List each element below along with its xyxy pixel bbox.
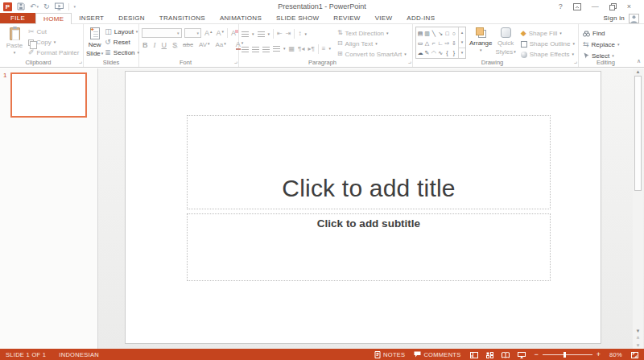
sign-in[interactable]: Sign in <box>603 13 644 23</box>
zoom-out-button[interactable]: − <box>535 351 539 358</box>
shape-item-arrow[interactable]: ↘ <box>438 31 443 36</box>
shapes-scroll-down-button[interactable]: ▾ <box>459 37 465 47</box>
shape-item-1[interactable]: ▤ <box>418 31 423 36</box>
restore-button[interactable] <box>609 3 617 10</box>
copy-button[interactable]: Copy ▾ <box>27 37 80 48</box>
subtitle-placeholder[interactable]: Click to add subtitle <box>187 213 551 281</box>
shape-item-elbow-2[interactable]: ∟ <box>438 40 444 46</box>
align-right-button[interactable] <box>262 43 270 55</box>
tab-animations[interactable]: ANIMATIONS <box>213 13 269 23</box>
reading-view-button[interactable] <box>502 349 510 360</box>
zoom-slider[interactable] <box>543 354 592 355</box>
notes-button[interactable]: NOTES <box>374 351 405 358</box>
increase-font-size-button[interactable]: A▴ <box>204 30 213 37</box>
quick-styles-button[interactable]: Quick Styles ▾ <box>495 26 515 60</box>
shape-item-curve[interactable]: ∿ <box>438 50 443 56</box>
shape-item-arrow-right[interactable]: ⇨ <box>445 40 450 46</box>
increase-indent-button[interactable]: ⇥ <box>286 31 291 37</box>
text-shadow-button[interactable]: S <box>171 42 178 49</box>
ribbon-display-options-button[interactable] <box>573 3 581 10</box>
comments-button[interactable]: COMMENTS <box>414 351 460 358</box>
replace-button[interactable]: ⇆ Replace ▾ <box>581 39 631 50</box>
previous-slide-button[interactable]: « <box>633 334 643 341</box>
clear-formatting-button[interactable]: A <box>230 30 237 37</box>
shape-item-rounded-rectangle[interactable]: ▭ <box>418 40 423 46</box>
tab-transitions[interactable]: TRANSITIONS <box>152 13 213 23</box>
minimize-button[interactable]: — <box>592 3 599 10</box>
paste-button[interactable]: Paste ▾ <box>2 26 27 60</box>
character-spacing-button[interactable]: AV▾ <box>198 42 211 48</box>
tab-view[interactable]: VIEW <box>368 13 400 23</box>
scroll-down-button[interactable]: ▼ <box>633 328 643 334</box>
tab-insert[interactable]: INSERT <box>72 13 111 23</box>
drawing-dialog-launcher[interactable]: ⌐ <box>574 60 577 66</box>
left-to-right-button[interactable]: ¶◂ <box>298 46 304 52</box>
distribute-button[interactable]: ▦ <box>289 46 295 52</box>
save-button[interactable] <box>17 2 25 10</box>
start-from-beginning-button[interactable] <box>55 2 64 10</box>
font-dialog-launcher[interactable]: ⌐ <box>234 60 237 66</box>
close-button[interactable]: × <box>627 3 631 10</box>
language-indicator[interactable]: INDONESIAN <box>59 351 99 358</box>
right-to-left-button[interactable]: ▸¶ <box>308 46 314 52</box>
title-placeholder[interactable]: Click to add title <box>187 115 551 209</box>
shape-item-oval[interactable]: ○ <box>452 31 456 36</box>
shape-item-triangle[interactable]: △ <box>425 40 429 46</box>
tab-design[interactable]: DESIGN <box>111 13 151 23</box>
cut-button[interactable]: ✂ Cut <box>27 27 80 37</box>
shape-item-arc[interactable]: ◠ <box>431 50 436 56</box>
decrease-font-size-button[interactable]: A▾ <box>216 30 225 37</box>
reset-button[interactable]: ↺ Reset <box>103 37 141 48</box>
zoom-in-button[interactable]: + <box>597 351 601 358</box>
section-button[interactable]: ≣ Section ▾ <box>103 48 141 58</box>
tab-add-ins[interactable]: ADD-INS <box>399 13 442 23</box>
strikethrough-button[interactable]: abc <box>182 42 194 48</box>
vertical-scrollbar[interactable]: ▲ ▼ « « <box>633 68 643 349</box>
font-size-combobox[interactable]: ▾ <box>184 28 202 38</box>
new-slide-button[interactable]: New Slide ▾ <box>86 26 103 60</box>
font-name-combobox[interactable]: ▾ <box>142 28 182 38</box>
align-left-button[interactable] <box>242 43 249 55</box>
layout-button[interactable]: ◫ Layout ▾ <box>103 27 141 37</box>
fit-slide-to-window-button[interactable] <box>631 349 638 360</box>
scrollbar-thumb[interactable] <box>634 76 642 191</box>
shape-outline-button[interactable]: Shape Outline ▾ <box>519 39 576 49</box>
help-button[interactable]: ? <box>559 3 563 10</box>
slide-thumbnail[interactable] <box>10 72 87 118</box>
zoom-level-button[interactable]: 80% <box>609 351 622 358</box>
change-case-button[interactable]: Aa▾ <box>215 42 227 48</box>
columns-button[interactable]: ≡▾ <box>322 46 331 52</box>
shape-fill-button[interactable]: ◆ Shape Fill ▾ <box>519 28 576 39</box>
arrange-button[interactable]: Arrange ▾ <box>469 26 492 60</box>
collapse-ribbon-button[interactable]: ∧ <box>637 58 641 64</box>
slide-show-view-button[interactable] <box>518 349 526 360</box>
numbering-button[interactable]: ▾ <box>258 31 270 37</box>
shapes-more-button[interactable]: ▾ <box>459 48 465 58</box>
tab-home[interactable]: HOME <box>35 13 72 24</box>
tab-file[interactable]: FILE <box>0 13 35 23</box>
justify-button[interactable]: ▾ <box>273 46 286 52</box>
text-direction-button[interactable]: ⇅ Text Direction ▾ <box>336 28 408 38</box>
bold-button[interactable]: B <box>142 42 149 49</box>
customize-qat-button[interactable]: ▾ <box>74 5 76 9</box>
shape-item-scribble[interactable]: ✎ <box>425 50 430 56</box>
shape-item-elbow-1[interactable]: ⌐ <box>432 40 436 46</box>
shape-item-cloud[interactable]: ☁ <box>418 50 423 56</box>
shape-item-line[interactable]: ╲ <box>432 31 436 36</box>
redo-button[interactable]: ↻ <box>43 3 50 10</box>
shapes-scroll-up-button[interactable]: ▴ <box>459 27 465 37</box>
scroll-up-button[interactable]: ▲ <box>633 68 643 75</box>
shape-item-rectangle[interactable]: □ <box>445 31 448 36</box>
format-painter-button[interactable]: ✐ Format Painter <box>27 48 80 58</box>
clipboard-dialog-launcher[interactable]: ⌐ <box>79 60 82 66</box>
align-center-button[interactable] <box>252 43 259 55</box>
slide-sorter-view-button[interactable] <box>486 349 493 360</box>
normal-view-button[interactable] <box>470 349 478 360</box>
line-spacing-button[interactable]: ↕▾ <box>298 31 307 37</box>
decrease-indent-button[interactable]: ⇤ <box>277 31 283 37</box>
find-button[interactable]: Find <box>581 28 631 39</box>
align-text-button[interactable]: ⊟ Align Text ▾ <box>336 39 408 48</box>
slide-editing-surface[interactable]: Click to add title Click to add subtitle <box>125 71 601 344</box>
zoom-slider-thumb[interactable] <box>564 352 566 358</box>
underline-button[interactable]: U <box>161 42 168 49</box>
